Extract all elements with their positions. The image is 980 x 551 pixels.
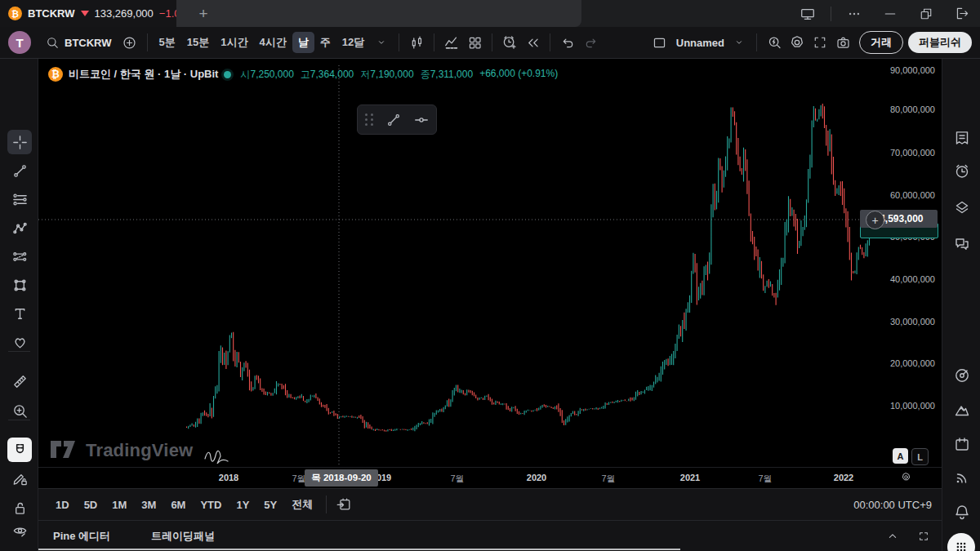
camera-icon[interactable] <box>831 31 854 54</box>
range-button-3M[interactable]: 3M <box>134 499 163 511</box>
interval-button-5분[interactable]: 5분 <box>154 32 181 53</box>
replay-icon[interactable] <box>521 31 544 54</box>
projection-tool-button[interactable] <box>7 244 32 269</box>
tab-price: 133,269,000 <box>95 7 154 20</box>
trend-line-tool-button[interactable] <box>7 158 32 183</box>
alert-plus-icon[interactable] <box>498 31 521 54</box>
object-tree-icon[interactable] <box>950 195 974 220</box>
chevron-up-icon[interactable] <box>881 525 904 548</box>
horizontal-line-icon[interactable] <box>408 108 435 132</box>
indicator-templates-icon[interactable] <box>463 31 486 54</box>
crosshair-tool-button[interactable] <box>7 130 32 154</box>
screener-icon[interactable] <box>950 363 974 388</box>
interval-button-날[interactable]: 날 <box>292 32 314 53</box>
restore-icon[interactable] <box>908 0 944 27</box>
calendar-icon[interactable] <box>950 432 974 456</box>
range-button-1D[interactable]: 1D <box>48 499 77 511</box>
tab-symbol: BTCKRW <box>28 7 75 20</box>
undo-icon[interactable] <box>556 31 579 54</box>
price-axis[interactable]: 54,593,000 90,000,00080,000,00070,000,00… <box>860 59 942 467</box>
bottom-panel: Pine 에디터 트레이딩패널 <box>38 520 942 551</box>
publish-button[interactable]: 퍼블리쉬 <box>908 32 972 53</box>
range-button-5D[interactable]: 5D <box>77 499 105 511</box>
time-axis-settings-icon[interactable] <box>900 471 912 487</box>
bitcoin-icon: ₿ <box>48 67 63 82</box>
divider <box>147 33 148 51</box>
hide-drawings-button[interactable] <box>7 518 32 543</box>
layout-name[interactable]: Unnamed <box>676 37 724 49</box>
range-button-1Y[interactable]: 1Y <box>229 499 256 511</box>
range-button-1M[interactable]: 1M <box>105 499 134 511</box>
symbol-search-text: BTCKRW <box>65 37 112 49</box>
candles-style-icon[interactable] <box>405 31 428 54</box>
geometric-shapes-tool-button[interactable] <box>7 273 32 297</box>
new-tab-button[interactable]: + <box>193 3 214 24</box>
interval-button-주[interactable]: 주 <box>314 32 336 53</box>
legend-title: 비트코인 / 한국 원 · 1날 · UpBit <box>69 67 218 82</box>
symbol-search-button[interactable]: BTCKRW <box>39 36 118 50</box>
lock-all-drawings-button[interactable] <box>7 495 32 520</box>
search-icon <box>46 36 60 50</box>
compare-plus-icon[interactable] <box>118 31 141 54</box>
monitor-icon[interactable] <box>790 0 826 27</box>
indicators-icon[interactable] <box>440 31 463 54</box>
interval-buttons: 5분15분1시간4시간날주12달 <box>154 32 371 53</box>
chat-icon[interactable] <box>950 232 974 256</box>
apps-grid-icon[interactable] <box>947 533 975 551</box>
divider <box>399 33 399 51</box>
trend-line-icon[interactable] <box>380 108 408 132</box>
auto-scale-button[interactable]: A <box>893 448 908 464</box>
trade-button[interactable]: 거래 <box>859 31 903 54</box>
expand-icon[interactable] <box>912 525 935 548</box>
fullscreen-icon[interactable] <box>808 31 831 54</box>
interval-button-15분[interactable]: 15분 <box>181 32 215 53</box>
range-button-6M[interactable]: 6M <box>163 499 193 511</box>
price-tick-label: 60,000,000 <box>890 190 935 200</box>
price-tick-label: 90,000,000 <box>890 65 935 75</box>
redo-icon[interactable] <box>579 31 602 54</box>
chart-canvas[interactable]: TradingView ₿ 비트코인 / 한국 원 · 1날 · UpBit 시… <box>38 59 942 488</box>
right-sidebar <box>942 59 980 551</box>
magnet-tool-button[interactable] <box>7 438 32 462</box>
ideas-icon[interactable] <box>950 398 974 422</box>
interval-button-1시간[interactable]: 1시간 <box>215 32 253 53</box>
tab-trading-panel[interactable]: 트레이딩패널 <box>151 529 215 544</box>
alerts-clock-icon[interactable] <box>950 159 974 184</box>
watchlist-icon[interactable] <box>950 126 974 150</box>
tab-pine-editor[interactable]: Pine 에디터 <box>53 529 110 544</box>
candlestick-chart <box>38 59 942 488</box>
xabcd-pattern-tool-button[interactable] <box>7 216 32 240</box>
drawing-mode-lock-button[interactable] <box>7 466 32 491</box>
log-scale-button[interactable]: L <box>911 448 929 465</box>
settings-gear-icon[interactable] <box>786 31 808 54</box>
interval-button-12달[interactable]: 12달 <box>336 32 370 53</box>
price-tick-label: 80,000,000 <box>890 104 935 114</box>
notifications-bell-icon[interactable] <box>950 500 974 524</box>
layout-icon[interactable] <box>648 31 671 54</box>
minimize-icon[interactable] <box>872 0 908 27</box>
tab-bar: ₿ BTCKRW 133,269,000 −1.09% + <box>0 0 980 27</box>
avatar[interactable]: T <box>8 31 31 54</box>
exit-icon[interactable] <box>944 0 980 27</box>
range-button-5Y[interactable]: 5Y <box>256 499 284 511</box>
goto-date-button[interactable] <box>332 493 355 516</box>
quick-search-icon[interactable] <box>763 31 786 54</box>
panel-resize-handle[interactable] <box>38 549 680 550</box>
range-button-YTD[interactable]: YTD <box>193 499 229 511</box>
chevron-down-icon[interactable] <box>370 31 393 54</box>
crosshair-date-label: 목 2018-09-20 <box>305 469 378 487</box>
symbol-tab[interactable]: ₿ BTCKRW 133,269,000 −1.09% <box>0 0 176 27</box>
time-tick-label: 2018 <box>219 473 238 482</box>
chevron-down-icon[interactable] <box>728 31 751 54</box>
add-alert-plus-icon[interactable]: + <box>866 211 884 229</box>
time-axis[interactable]: 20227월20217월20207월20197월2018 목 2018-09-2… <box>38 467 942 489</box>
text-tool-button[interactable] <box>7 301 32 326</box>
menu-dots-icon[interactable] <box>836 0 872 27</box>
range-button-전체[interactable]: 전체 <box>284 497 320 512</box>
ruler-tool-button[interactable] <box>7 369 32 393</box>
drawing-toolbar <box>0 59 38 551</box>
interval-button-4시간[interactable]: 4시간 <box>253 32 292 53</box>
fib-retracement-tool-button[interactable] <box>7 187 32 211</box>
news-feed-icon[interactable] <box>950 465 974 490</box>
drag-handle[interactable] <box>358 113 380 126</box>
